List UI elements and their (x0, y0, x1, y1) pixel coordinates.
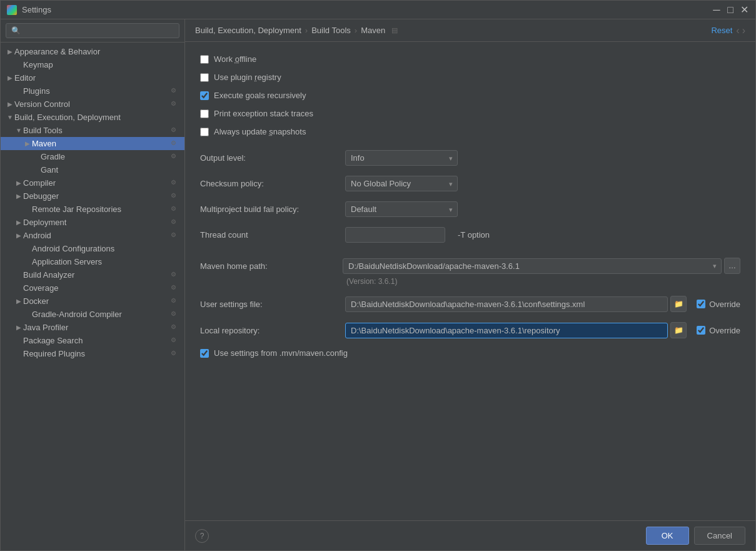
sidebar-item-label: Version Control (14, 99, 171, 109)
nav-back-button[interactable]: ‹ (736, 25, 739, 36)
maven-home-dropdown[interactable]: D:/BaiduNetdiskDownload/apache-maven-3.6… (343, 258, 722, 274)
settings-gear-icon: ⚙ (171, 323, 179, 332)
reset-button[interactable]: Reset (711, 26, 732, 35)
checksum-policy-row: Checksum policy: No Global Policy Strict… (200, 176, 740, 191)
user-settings-label: User settings file: (200, 300, 338, 309)
maximize-button[interactable]: □ (725, 5, 735, 15)
title-bar: Settings ─ □ ✕ (1, 1, 755, 19)
sidebar-item-label: Gant (41, 165, 179, 174)
thread-count-label: Thread count (200, 230, 338, 240)
sidebar-item-keymap[interactable]: Keymap (1, 58, 184, 71)
expand-arrow: ▶ (14, 179, 23, 188)
use-settings-mvn-checkbox[interactable] (200, 349, 209, 358)
sidebar-item-label: Coverage (23, 283, 171, 293)
local-repo-row: Local repository: 📁 Override (200, 322, 740, 338)
sidebar-item-label: Build Analyzer (23, 270, 171, 280)
expand-arrow: ▶ (23, 139, 32, 148)
sidebar-item-gant[interactable]: Gant (1, 163, 184, 176)
sidebar-item-build-tools[interactable]: ▼ Build Tools ⚙ (1, 124, 184, 137)
output-level-dropdown[interactable]: Info Debug Error (345, 150, 458, 166)
sidebar-item-label: Remote Jar Repositories (32, 205, 171, 214)
user-settings-browse-button[interactable]: 📁 (670, 296, 687, 312)
expand-arrow: ▶ (14, 192, 23, 201)
expand-arrow (14, 350, 23, 358)
expand-arrow (32, 153, 41, 161)
expand-arrow (14, 61, 23, 69)
sidebar-item-package-search[interactable]: Package Search ⚙ (1, 334, 184, 347)
expand-arrow (23, 205, 32, 214)
sidebar-item-label: Package Search (23, 336, 171, 345)
sidebar-item-android-config[interactable]: Android Configurations (1, 242, 184, 255)
settings-gear-icon: ⚙ (171, 192, 179, 201)
breadcrumb-bar: Build, Execution, Deployment › Build Too… (185, 19, 755, 42)
sidebar-item-compiler[interactable]: ▶ Compiler ⚙ (1, 176, 184, 190)
sidebar-item-docker[interactable]: ▶ Docker ⚙ (1, 295, 184, 308)
expand-arrow (14, 284, 23, 293)
search-box (1, 19, 184, 43)
sidebar-item-app-servers[interactable]: Application Servers (1, 255, 184, 268)
sidebar-item-build-exec[interactable]: ▼ Build, Execution, Deployment (1, 111, 184, 124)
nav-forward-button[interactable]: › (742, 25, 745, 36)
always-update-label: Always update snapshots (214, 127, 306, 136)
sidebar-item-debugger[interactable]: ▶ Debugger ⚙ (1, 190, 184, 203)
thread-count-input[interactable] (345, 227, 445, 243)
execute-goals-checkbox[interactable] (200, 91, 209, 100)
settings-window: Settings ─ □ ✕ ▶ Appearance & Behavior (0, 0, 756, 551)
help-button[interactable]: ? (195, 529, 209, 543)
sidebar-item-remote-jar[interactable]: Remote Jar Repositories ⚙ (1, 203, 184, 216)
app-icon (7, 5, 17, 15)
settings-gear-icon: ⚙ (171, 139, 179, 148)
breadcrumb-current: Maven (361, 26, 385, 35)
local-repo-browse-button[interactable]: 📁 (670, 322, 687, 338)
use-plugin-registry-row: Use plugin registry (200, 73, 740, 82)
sidebar-item-gradle-android[interactable]: Gradle-Android Compiler ⚙ (1, 308, 184, 321)
sidebar-item-label: Android Configurations (32, 244, 179, 253)
close-button[interactable]: ✕ (739, 5, 749, 15)
sidebar-item-version-control[interactable]: ▶ Version Control ⚙ (1, 98, 184, 111)
sidebar-item-android[interactable]: ▶ Android ⚙ (1, 229, 184, 242)
sidebar-item-gradle[interactable]: Gradle ⚙ (1, 150, 184, 163)
local-repo-input[interactable] (345, 323, 668, 338)
cancel-button[interactable]: Cancel (694, 527, 745, 545)
sidebar-item-coverage[interactable]: Coverage ⚙ (1, 281, 184, 295)
output-level-label: Output level: (200, 153, 338, 163)
work-offline-label: Work offline (214, 54, 256, 64)
multiproject-policy-dropdown[interactable]: Default Fail At End Fail Never (345, 201, 458, 217)
expand-arrow: ▶ (6, 74, 14, 83)
expand-arrow (32, 166, 41, 174)
sidebar-item-editor[interactable]: ▶ Editor (1, 71, 184, 84)
use-settings-mvn-label: Use settings from .mvn/maven.config (214, 348, 348, 358)
expand-arrow (23, 258, 32, 266)
use-plugin-label: Use plugin registry (214, 73, 281, 82)
always-update-checkbox[interactable] (200, 128, 209, 136)
use-plugin-registry-checkbox[interactable] (200, 73, 209, 82)
sidebar-item-plugins[interactable]: Plugins ⚙ (1, 84, 184, 98)
expand-arrow: ▶ (14, 297, 23, 306)
ok-button[interactable]: OK (646, 527, 689, 545)
user-settings-override-label: Override (709, 300, 740, 309)
checksum-policy-dropdown[interactable]: No Global Policy Strict Warn (345, 176, 458, 191)
sidebar-item-maven[interactable]: ▶ Maven ⚙ (1, 137, 184, 150)
sidebar-item-label: Deployment (23, 218, 171, 227)
maven-home-browse-button[interactable]: … (724, 258, 740, 274)
sidebar-item-label: Application Servers (32, 257, 179, 266)
sidebar-item-appearance[interactable]: ▶ Appearance & Behavior (1, 45, 184, 58)
settings-gear-icon: ⚙ (171, 271, 179, 280)
search-input[interactable] (6, 23, 179, 38)
expand-arrow (14, 87, 23, 96)
print-exception-checkbox[interactable] (200, 109, 209, 118)
sidebar-item-java-profiler[interactable]: ▶ Java Profiler ⚙ (1, 321, 184, 334)
local-repo-override-checkbox[interactable] (697, 326, 705, 335)
print-exception-row: Print exception stack traces (200, 109, 740, 118)
user-settings-input[interactable] (345, 296, 668, 312)
minimize-button[interactable]: ─ (712, 5, 722, 15)
sidebar-item-deployment[interactable]: ▶ Deployment ⚙ (1, 216, 184, 229)
sidebar-item-required-plugins[interactable]: Required Plugins ⚙ (1, 347, 184, 360)
multiproject-policy-row: Multiproject build fail policy: Default … (200, 201, 740, 217)
local-repo-override-check: Override (697, 326, 740, 335)
user-settings-override-checkbox[interactable] (697, 300, 705, 308)
work-offline-checkbox[interactable] (200, 55, 209, 64)
output-level-dropdown-wrapper: Info Debug Error (345, 150, 458, 166)
sidebar-item-build-analyzer[interactable]: Build Analyzer ⚙ (1, 268, 184, 281)
sidebar-item-label: Build Tools (23, 126, 171, 135)
